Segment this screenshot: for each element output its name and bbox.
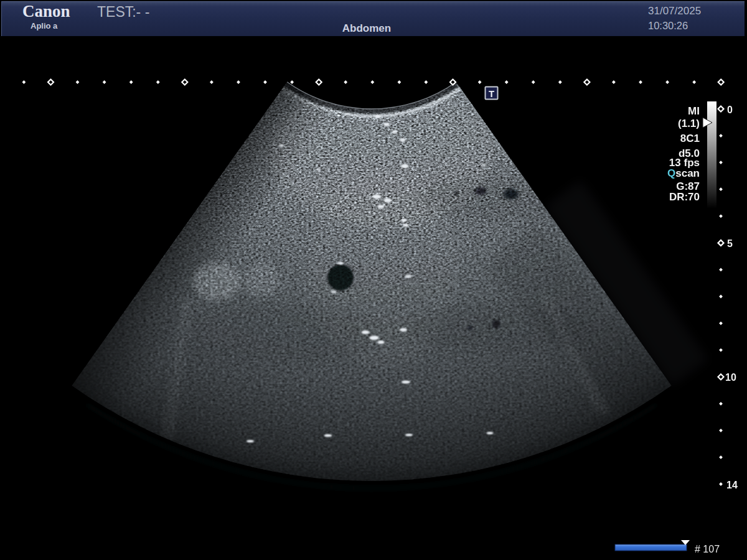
svg-text:MI: MI <box>688 105 700 117</box>
svg-text:# 107: # 107 <box>695 544 720 554</box>
svg-text:14: 14 <box>726 480 738 490</box>
svg-text:T: T <box>489 88 494 99</box>
svg-text:(1.1): (1.1) <box>678 118 700 129</box>
svg-text:DR:70: DR:70 <box>669 191 700 203</box>
svg-text:5: 5 <box>727 238 733 249</box>
svg-text:8C1: 8C1 <box>680 133 700 144</box>
svg-text:10: 10 <box>725 372 736 383</box>
svg-text:0: 0 <box>727 105 733 115</box>
svg-text:Qscan: Qscan <box>667 167 700 179</box>
